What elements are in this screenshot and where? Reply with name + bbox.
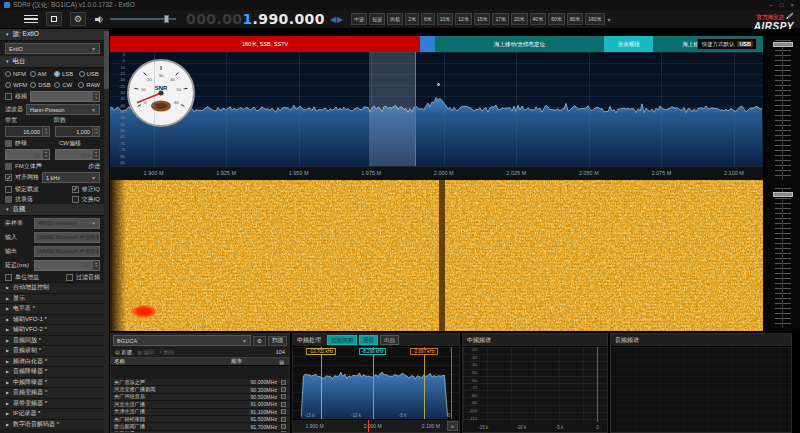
- filter-select[interactable]: Hann-Poisson▼: [26, 104, 100, 115]
- if-panel-button[interactable]: 出品: [380, 335, 399, 345]
- contrast-slider[interactable]: [775, 188, 791, 328]
- snap-grid-checkbox[interactable]: [5, 174, 12, 181]
- chevron-down-icon[interactable]: ▾: [608, 16, 611, 23]
- tuning-line[interactable]: [415, 52, 416, 166]
- mode-radio[interactable]: NFM: [5, 71, 27, 77]
- scan-button[interactable]: 扫描: [268, 336, 287, 346]
- source-section-header[interactable]: ▼源: ExtIO: [0, 29, 109, 41]
- mode-radio[interactable]: WFM: [5, 82, 27, 88]
- sidebar-panel-collapsed[interactable]: ▶音频回放 *: [0, 335, 109, 346]
- bandplan-segment[interactable]: [420, 36, 434, 52]
- if-panel-button[interactable]: 通联: [359, 335, 378, 345]
- mode-radio[interactable]: USB: [79, 71, 101, 77]
- sidebar-panel-collapsed[interactable]: ▶电平表 *: [0, 303, 109, 314]
- tuning-filter-band[interactable]: [369, 52, 415, 166]
- row-checkbox[interactable]: [281, 417, 286, 422]
- audio-spectrum-plot[interactable]: [611, 347, 791, 432]
- unity-gain-checkbox[interactable]: [5, 274, 12, 281]
- band-button[interactable]: 160米: [585, 13, 604, 25]
- settings-gear-icon[interactable]: ⚙: [70, 12, 86, 26]
- manager-gear-icon[interactable]: ⚙: [253, 336, 266, 346]
- band-button[interactable]: 80米: [567, 13, 584, 25]
- waterfall-display[interactable]: [110, 180, 763, 331]
- swap-iq-checkbox[interactable]: [72, 196, 79, 203]
- mode-radio[interactable]: LSB: [54, 71, 76, 77]
- sidebar-panel-collapsed[interactable]: ▶基带变频器 *: [0, 398, 109, 409]
- step-size-select[interactable]: 1 kHz▼: [42, 172, 100, 183]
- speaker-icon[interactable]: [95, 15, 104, 24]
- volume-slider-handle[interactable]: [164, 15, 169, 23]
- mode-radio[interactable]: CW: [54, 82, 75, 88]
- group-select[interactable]: BG1ICA▼: [113, 335, 251, 346]
- lock-carrier-checkbox[interactable]: [5, 186, 12, 193]
- band-button[interactable]: 40米: [530, 13, 547, 25]
- band-overview-bar[interactable]: 1.900 M2.000 M2.100 M »: [293, 419, 459, 432]
- source-device-select[interactable]: ExtIO▼: [5, 43, 100, 54]
- audio-section-header[interactable]: ▼音频: [0, 204, 109, 216]
- audio-input-select[interactable]: [MME] Microsoft 声音映射器▼: [34, 232, 100, 243]
- row-checkbox[interactable]: [281, 409, 286, 414]
- sidebar-panel-collapsed[interactable]: ▶辅助VFO-2 *: [0, 324, 109, 335]
- filter-edge-line[interactable]: [424, 347, 425, 419]
- frequency-stepper[interactable]: ◀▶: [330, 15, 343, 24]
- correct-iq-checkbox[interactable]: [72, 186, 79, 193]
- row-checkbox[interactable]: [281, 387, 286, 392]
- band-button[interactable]: 10米: [437, 13, 454, 25]
- scrollbar-thumb[interactable]: [104, 31, 109, 89]
- sidebar-panel-collapsed[interactable]: ▶频谱白化器 *: [0, 356, 109, 367]
- delete-entry-button[interactable]: × 删除: [159, 349, 174, 356]
- sidebar-panel-collapsed[interactable]: ▶辅助VFO-1 *: [0, 314, 109, 325]
- radio-section-header[interactable]: ▼电台: [0, 56, 109, 68]
- mode-radio[interactable]: RAW: [78, 82, 100, 88]
- bandwidth-input[interactable]: 16,000▴▾: [5, 126, 50, 137]
- frequency-display[interactable]: 000.001.990.000: [186, 11, 325, 27]
- frequency-axis[interactable]: 1.900 M1.925 M1.950 M1.975 M2.000 M2.025…: [110, 166, 763, 180]
- shift-input[interactable]: ▴▾: [30, 91, 100, 102]
- band-button[interactable]: 2米: [405, 13, 419, 25]
- mode-radio[interactable]: DSB: [30, 82, 51, 88]
- hamburger-menu-icon[interactable]: [24, 15, 38, 24]
- table-header[interactable]: 名称 频率 ▦: [111, 357, 289, 366]
- stepper[interactable]: ▴▾: [92, 127, 99, 136]
- sidebar-panel-collapsed[interactable]: ▶音频录制 *: [0, 345, 109, 356]
- bandplan-segment[interactable]: 海上移动/无线电定位: [435, 36, 605, 52]
- filter-audio-checkbox[interactable]: [66, 274, 73, 281]
- band-plan-bar[interactable]: 160米, SSB, SSTV海上移动/无线电定位业余频段海上移动/无线电定位 …: [110, 36, 763, 52]
- zoom-slider-handle[interactable]: [773, 42, 793, 47]
- table-row[interactable]: 北广外语 92.300MHz: [111, 431, 289, 432]
- samplerate-select[interactable]: 48000 sample/s▼: [34, 218, 100, 229]
- squelch-input[interactable]: 50▴▾: [5, 149, 50, 160]
- bandplan-segment[interactable]: 160米, SSB, SSTV: [110, 36, 420, 52]
- shift-checkbox[interactable]: [5, 93, 12, 100]
- band-button[interactable]: 民航: [387, 13, 403, 25]
- row-checkbox[interactable]: [281, 394, 286, 399]
- sidebar-panel-collapsed[interactable]: ▶显示: [0, 293, 109, 304]
- squelch-checkbox[interactable]: [5, 140, 12, 147]
- row-checkbox[interactable]: [281, 424, 286, 429]
- contrast-slider-handle[interactable]: [773, 192, 793, 197]
- audio-output-select[interactable]: [MME] Microsoft 声音映射器▼: [34, 246, 100, 257]
- row-checkbox[interactable]: [281, 380, 286, 385]
- volume-slider[interactable]: [110, 18, 176, 20]
- band-button[interactable]: 60米: [548, 13, 565, 25]
- band-button[interactable]: 6米: [421, 13, 435, 25]
- spectrum-display[interactable]: 0-5-10-15-20-25-30-35-40-45-50-55-60-65-…: [110, 52, 763, 166]
- if-panel-button[interactable]: 智能抓图: [327, 335, 357, 345]
- new-entry-button[interactable]: ▤ 新建: [115, 349, 132, 356]
- anti-fading-checkbox[interactable]: [5, 196, 12, 203]
- stop-button[interactable]: [46, 12, 62, 26]
- zoom-slider[interactable]: [775, 40, 791, 180]
- sidebar-panel-collapsed[interactable]: ▶IF记录器 *: [0, 408, 109, 419]
- edit-entry-button[interactable]: ▦ 编辑: [137, 349, 154, 356]
- latency-input[interactable]: 100▴▾: [34, 260, 100, 271]
- if-spectrum-plot[interactable]: -20-30-40-50-60-70-80-90-100-110: [463, 347, 607, 422]
- stepper[interactable]: ▴▾: [42, 150, 49, 159]
- sidebar-panel-collapsed[interactable]: ▶自动增益控制: [0, 282, 109, 293]
- bandplan-segment[interactable]: 业余频段: [604, 36, 653, 52]
- sidebar-panel-collapsed[interactable]: ▶音频降噪器 *: [0, 366, 109, 377]
- sidebar-panel-collapsed[interactable]: ▶音频变频器 *: [0, 387, 109, 398]
- filter-edge-line[interactable]: [321, 347, 322, 419]
- order-input[interactable]: 1,000▴▾: [55, 126, 100, 137]
- expand-button[interactable]: »: [447, 421, 458, 431]
- stepper[interactable]: ▴▾: [92, 92, 99, 101]
